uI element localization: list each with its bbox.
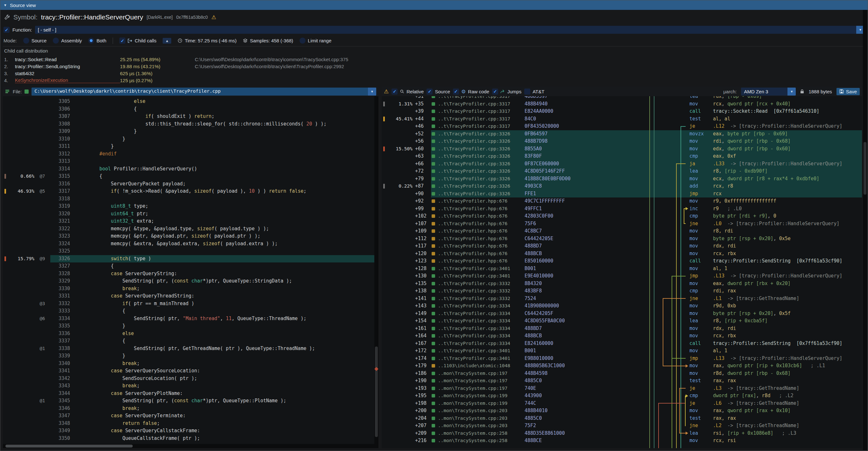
- asm-instruction-row[interactable]: +207..mon\TracySystem.cpp:20375F2jne.L2 …: [382, 422, 862, 430]
- uarch-combo[interactable]: AMD Zen 3 ▼: [741, 88, 796, 95]
- asm-instruction-row[interactable]: +209..mon\TracySystem.cpp:258488D35E8861…: [382, 430, 862, 437]
- source-line[interactable]: 3337 {: [3, 337, 378, 345]
- source-line[interactable]: 3318: [3, 195, 378, 203]
- source-line[interactable]: 3344 case ServerQueryPlotName:: [3, 390, 378, 397]
- jumps-checkbox[interactable]: ✓ Jumps: [492, 89, 521, 95]
- radio-icon[interactable]: [88, 38, 94, 43]
- asm-instruction-row[interactable]: 15.50%+60..t\TracyProfiler.cpp:33268B55A…: [382, 145, 862, 153]
- asm-instruction-row[interactable]: +149..t\TracyProfiler.cpp:3334C64424205F…: [382, 310, 862, 318]
- child-call-item[interactable]: 4.KeSynchronizeExecution125 µs (0.27%): [4, 77, 864, 84]
- source-line[interactable]: 3314 bool Profiler::HandleServerQuery(): [3, 165, 378, 173]
- asm-instruction-row[interactable]: +141..t\TracyProfiler.cpp:33327524jne.L1…: [382, 295, 862, 303]
- source-line[interactable]: 3330 break;: [3, 285, 378, 293]
- asm-instruction-row[interactable]: +204..mon\TracySystem.cpp:2034885C0testr…: [382, 415, 862, 422]
- source-line[interactable]: 3350 QueueCallstackFrame( ptr );: [3, 435, 378, 442]
- asm-instruction-row[interactable]: +200..mon\TracySystem.cpp:203488B4010mov…: [382, 407, 862, 415]
- child-call-item[interactable]: 1.tracy::Socket::Read25.25 ms (54.89%)C:…: [4, 56, 864, 63]
- asm-instruction-row[interactable]: +46..t\TracyProfiler.cpp:33170F843502000…: [382, 123, 862, 130]
- source-line[interactable]: 3327 {: [3, 263, 378, 270]
- asm-instruction-row[interactable]: +52..t\TracyProfiler.cpp:33260FB64597mov…: [382, 130, 862, 138]
- file-path-combo[interactable]: C:\Users\wolf\Desktop\darkrl\contrib\tra…: [32, 88, 376, 95]
- source-line[interactable]: 3307 if( shouldExit ) return;: [3, 113, 378, 120]
- source-line[interactable]: 3308 std::this_thread::sleep_for( std::c…: [3, 120, 378, 128]
- asm-instruction-row[interactable]: +56..t\TracyProfiler.cpp:3326488B7D98mov…: [382, 138, 862, 145]
- asm-instruction-row[interactable]: +120..t\TracyProfiler.hpp:676488BCBmovrc…: [382, 250, 862, 258]
- asm-instruction-row[interactable]: +99..t\TracyProfiler.hpp:67649FFC1incr9 …: [382, 205, 862, 213]
- source-line[interactable]: 3333 {: [3, 307, 378, 315]
- asm-instruction-row[interactable]: +193..mon\TracySystem.cpp:197740Eje.L3 -…: [382, 385, 862, 392]
- source-h-scrollbar[interactable]: [3, 444, 378, 448]
- checkbox-icon[interactable]: ✓: [524, 89, 530, 95]
- asm-instruction-row[interactable]: +107..t\TracyProfiler.hpp:67675F6jne.L0 …: [382, 220, 862, 228]
- asm-instruction-row[interactable]: +179..1103\include\atomic:1048488B05B63C…: [382, 362, 862, 370]
- asm-instruction-row[interactable]: +63..t\TracyProfiler.cpp:332683F80Fcmpea…: [382, 153, 862, 160]
- asm-instruction-row[interactable]: +174..t\TracyProfiler.cpp:3401E9B8010000…: [382, 355, 862, 362]
- mode-radio-assembly[interactable]: Assembly: [53, 38, 82, 43]
- function-checkbox[interactable]: ✓: [3, 27, 9, 33]
- child-call-item[interactable]: 3.stat64i32625 µs (1.36%): [4, 70, 864, 77]
- source-line[interactable]: @13345 SendString( ptr, (const char*)ptr…: [3, 397, 378, 405]
- dropdown-arrow-icon[interactable]: ▼: [368, 88, 376, 95]
- source-line[interactable]: 3348 return false;: [3, 420, 378, 427]
- asm-instruction-row[interactable]: +92..t\TracyProfiler.hpp:67649C7C1FFFFFF…: [382, 198, 862, 205]
- arrow-up-button[interactable]: ▲: [163, 38, 171, 43]
- source-line[interactable]: @13338 SendString( ptr, GetThreadName( p…: [3, 345, 378, 353]
- checkbox-icon[interactable]: ✓: [492, 89, 498, 95]
- asm-instruction-row[interactable]: +172..t\TracyProfiler.cpp:3401B001moval,…: [382, 347, 862, 355]
- checkbox-icon[interactable]: ✓: [300, 38, 306, 43]
- asm-instruction-row[interactable]: +161..t\TracyProfiler.cpp:3334488BD7movr…: [382, 325, 862, 332]
- asm-instruction-row[interactable]: +138..t\TracyProfiler.cpp:3332483BF8cmpr…: [382, 287, 862, 295]
- source-line[interactable]: 3349 case ServerQueryCallstackFrame:: [3, 427, 378, 435]
- radio-icon[interactable]: [53, 38, 59, 43]
- source-line[interactable]: 3324 memcpy( &extra, &payload.extra, siz…: [3, 240, 378, 248]
- asm-instruction-row[interactable]: +109..t\TracyProfiler.hpp:6764C8BC7movr8…: [382, 228, 862, 235]
- asm-instruction-row[interactable]: +112..t\TracyProfiler.hpp:676C64424205Em…: [382, 235, 862, 243]
- asm-instruction-row[interactable]: +167..t\TracyProfiler.cpp:3334E824160000…: [382, 340, 862, 348]
- source-v-scrollbar[interactable]: [374, 96, 378, 444]
- source-line[interactable]: 3341 case ServerQuerySourceLocation:: [3, 367, 378, 375]
- source-line[interactable]: 3305 else: [3, 98, 378, 106]
- source-line[interactable]: 3312 #endif: [3, 150, 378, 158]
- asm-instruction-row[interactable]: +154..t\TracyProfiler.cpp:33344C8D055FBA…: [382, 317, 862, 325]
- asm-instruction-row[interactable]: +117..t\TracyProfiler.hpp:676488BD7movrd…: [382, 242, 862, 250]
- scrollbar-thumb[interactable]: [864, 142, 866, 195]
- source-line[interactable]: 3309 }: [3, 128, 378, 136]
- asm-instruction-row[interactable]: +216..mon\TracySystem.cpp:258488BCEmovrc…: [382, 437, 862, 445]
- asm-instruction-row[interactable]: +72..t\TracyProfiler.cpp:33264C8D05F146F…: [382, 168, 862, 175]
- source-line[interactable]: 3335 }: [3, 322, 378, 330]
- source-line[interactable]: 3346 break;: [3, 405, 378, 413]
- asm-instruction-row[interactable]: +66..t\TracyProfiler.cpp:33260F87CE06000…: [382, 160, 862, 168]
- source-line[interactable]: 3306 {: [3, 106, 378, 113]
- asm-instruction-row[interactable]: +79..t\TracyProfiler.cpp:3326418B8C80E0B…: [382, 175, 862, 183]
- checkbox-icon[interactable]: ✓: [119, 38, 125, 43]
- child-call-item[interactable]: 2.tracy::Profiler::SendLongString19.88 m…: [4, 63, 864, 70]
- asm-instruction-row[interactable]: +186..mon\TracySystem.cpp:197448B4598mov…: [382, 370, 862, 378]
- checkbox-icon[interactable]: ✓: [392, 89, 398, 95]
- asm-instruction-row[interactable]: +164..t\TracyProfiler.cpp:3334488BCBmovr…: [382, 332, 862, 340]
- rawcode-checkbox[interactable]: ✓ ⚙ Raw code: [453, 89, 489, 95]
- source-line[interactable]: 3322 memcpy( &type, &payload.type, sizeo…: [3, 225, 378, 233]
- asm-instruction-row[interactable]: +198..mon\TracySystem.cpp:199744Cje.L6 -…: [382, 400, 862, 408]
- collapse-icon[interactable]: ▼: [3, 3, 7, 7]
- att-checkbox[interactable]: ✓ AT&T: [524, 89, 544, 95]
- source-line[interactable]: 3331 case ServerQueryThreadString:: [3, 292, 378, 300]
- source-line[interactable]: 3313: [3, 158, 378, 165]
- checkbox-icon[interactable]: ✓: [427, 89, 433, 95]
- asm-instruction-row[interactable]: +128..t\TracyProfiler.cpp:3401B001moval,…: [382, 265, 862, 273]
- source-line[interactable]: 3310 }: [3, 136, 378, 143]
- dropdown-arrow-icon[interactable]: ▼: [787, 88, 796, 95]
- source-line[interactable]: 3321 uint32_t extra;: [3, 217, 378, 225]
- asm-instruction-row[interactable]: +31..t\TracyProfiler.cpp:3317488D5597lea…: [382, 96, 862, 100]
- source-line[interactable]: 3328 case ServerQueryString:: [3, 270, 378, 278]
- asm-instruction-row[interactable]: +195..mon\TracySystem.cpp:199443900cmpdw…: [382, 392, 862, 400]
- asm-instruction-row[interactable]: +130..t\TracyProfiler.cpp:3401E9E4010000…: [382, 272, 862, 280]
- asm-instruction-row[interactable]: +90..t\TracyProfiler.cpp:3326FFE1jmprcx: [382, 190, 862, 198]
- source-line[interactable]: 0.66%@73315 {: [3, 173, 378, 180]
- source-line[interactable]: 3340 break;: [3, 360, 378, 367]
- source-line[interactable]: 3347 case ServerQueryTerminate:: [3, 412, 378, 420]
- checkbox-icon[interactable]: ✓: [453, 89, 459, 95]
- scrollbar-thumb[interactable]: [375, 347, 378, 437]
- asm-instruction-row[interactable]: 1.31%+35..t\TracyProfiler.cpp:3317488B49…: [382, 100, 862, 108]
- window-scrollbar[interactable]: [863, 10, 867, 450]
- source-line[interactable]: 3320 uint64_t ptr;: [3, 210, 378, 218]
